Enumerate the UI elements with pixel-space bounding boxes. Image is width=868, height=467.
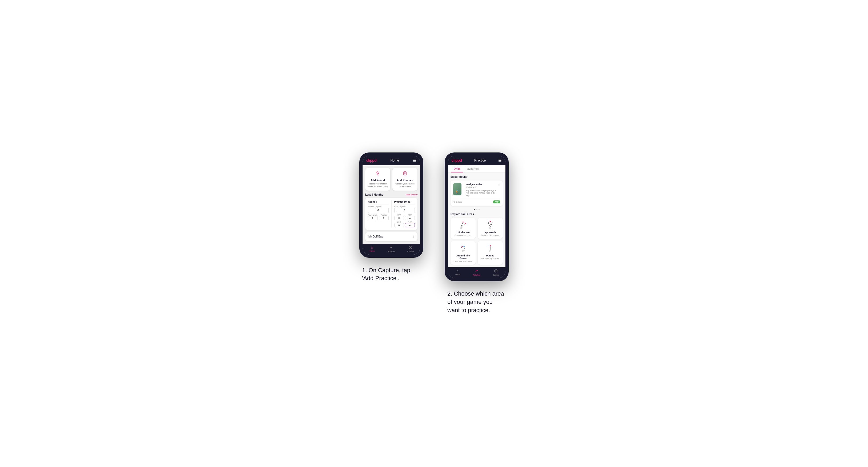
skill-approach[interactable]: Approach Dial-in to hit the green [478, 218, 503, 239]
svg-point-17 [490, 249, 491, 249]
home2-nav-label: Home [455, 274, 460, 275]
svg-point-0 [377, 172, 379, 174]
putt-label: PUTT [405, 221, 415, 223]
svg-point-11 [462, 250, 464, 252]
add-round-card[interactable]: Add Round Record your shots in fast or e… [365, 168, 390, 191]
capture-nav-icon [409, 246, 412, 250]
phone2-header: clippd Practice ☰ [448, 156, 505, 165]
view-activity-link[interactable]: View Activity [406, 193, 417, 196]
explore-label: Explore skill areas [451, 213, 503, 216]
svg-point-10 [490, 224, 491, 225]
svg-point-7 [465, 223, 466, 224]
add-round-icon [367, 170, 388, 178]
phone2-caption: 2. Choose which area of your game you wa… [447, 290, 506, 314]
skill-putting[interactable]: Putting Make and lag practice [478, 241, 503, 265]
featured-drill[interactable]: 🏌️ Wedge Ladder ☆ 50–100 yds Play 1 shot… [451, 181, 503, 206]
golf-bag-chevron: › [413, 235, 414, 239]
capture-nav-label: Capture [407, 251, 414, 252]
arg-label: ARG [394, 221, 404, 223]
phone2-bottom-nav: ⌂ Home Activities [448, 267, 505, 278]
phone1-menu-icon[interactable]: ☰ [413, 158, 416, 163]
arg-value: 0 [394, 223, 404, 227]
capture2-nav-label: Capture [493, 274, 499, 276]
phone2-section: clippd Practice ☰ Drills Favourites Most… [445, 153, 509, 314]
nav2-capture[interactable]: Capture [486, 269, 505, 276]
tournament-stat: Tournament 0 [368, 214, 378, 220]
golf-bag-label: My Golf Bag [368, 235, 383, 238]
drill-info: Wedge Ladder ☆ 50–100 yds Play 1 shot at… [466, 183, 500, 196]
add-practice-icon [395, 170, 415, 178]
carousel-dots [451, 209, 503, 210]
svg-point-12 [461, 246, 463, 247]
drill-yardage: 50–100 yds [466, 186, 500, 188]
tabs-row: Drills Favourites [448, 165, 505, 173]
add-practice-card[interactable]: Add Practice Capture your practice off-t… [393, 168, 417, 191]
nav2-activities[interactable]: Activities [467, 269, 486, 276]
drill-image: 🏌️ [453, 183, 461, 195]
skill-around-green[interactable]: Around The Green Hone your short game [451, 241, 475, 265]
phone2-frame: clippd Practice ☰ Drills Favourites Most… [445, 153, 509, 281]
tab-favourites[interactable]: Favourites [463, 165, 482, 173]
capture2-nav-icon [494, 269, 498, 274]
practice-value: 0 [379, 216, 389, 220]
ott-name: Off The Tee [453, 231, 473, 234]
tab-drills[interactable]: Drills [451, 165, 463, 173]
drills-col-title: Practice Drills [394, 200, 415, 205]
phone2-screen: clippd Practice ☰ Drills Favourites Most… [448, 156, 505, 278]
phone1-caption: 1. On Capture, tap 'Add Practice'. [362, 266, 421, 283]
svg-point-8 [490, 227, 491, 229]
page-wrapper: clippd Home ☰ [359, 153, 509, 314]
putting-desc: Make and lag practice [480, 257, 501, 259]
add-round-title: Add Round [367, 179, 388, 182]
approach-desc: Dial-in to hit the green [480, 234, 501, 236]
drill-description: Play 1 shot at each target yardage. If y… [466, 189, 500, 196]
rounds-sub-stats: Tournament 0 Practice 0 [368, 214, 389, 220]
activities2-nav-label: Activities [473, 274, 480, 276]
ott-icon [458, 220, 468, 230]
favourite-star-icon[interactable]: ☆ [498, 183, 500, 186]
app-stat: APP 4 [405, 214, 415, 220]
nav-capture[interactable]: Capture [401, 246, 420, 252]
nav2-home[interactable]: ⌂ Home [448, 269, 467, 276]
phone1-content: Add Round Record your shots in fast or e… [363, 165, 420, 244]
stats-card: Rounds Rounds Capture 0 Tournament 0 [365, 198, 417, 230]
practice-label: Practice [379, 214, 389, 216]
svg-point-16 [490, 245, 491, 246]
home-nav-label: Home [370, 250, 375, 252]
add-practice-title: Add Practice [395, 179, 415, 182]
svg-point-6 [463, 221, 464, 223]
drills-sub-stats: OTT 0 APP 4 [394, 214, 415, 220]
rounds-capture-label: Rounds Capture [368, 206, 389, 207]
tournament-label: Tournament [368, 214, 378, 216]
add-round-desc: Record your shots in fast or enhanced mo… [367, 183, 388, 188]
tournament-value: 0 [368, 216, 378, 220]
drill-name: Wedge Ladder [466, 183, 482, 186]
shots-count: ⏱ 9 shots [453, 201, 462, 203]
practice-body: Most Popular 🏌️ Wedge Ladder [448, 173, 505, 267]
phone1-logo: clippd [366, 158, 376, 163]
ott-value: 0 [394, 216, 404, 220]
svg-point-5 [460, 227, 462, 229]
stats-title: Last 3 Months [365, 193, 383, 196]
nav-home[interactable]: ⌂ Home [363, 246, 382, 252]
phone1-header: clippd Home ☰ [363, 156, 420, 165]
ott-label: OTT [394, 214, 404, 216]
svg-rect-1 [377, 172, 378, 172]
approach-icon [485, 220, 496, 230]
home-nav-icon: ⌂ [371, 246, 373, 249]
dot-3 [478, 209, 480, 210]
dot-2 [476, 209, 477, 210]
drills-capture-label: Drills Capture [394, 206, 415, 207]
ott-stat: OTT 0 [394, 214, 404, 220]
app-label: APP [405, 214, 415, 216]
rounds-capture-value: 0 [368, 208, 389, 213]
nav-activities[interactable]: Activities [382, 246, 401, 252]
action-cards: Add Round Record your shots in fast or e… [365, 168, 417, 191]
skill-off-the-tee[interactable]: Off The Tee Power and accuracy [451, 218, 475, 239]
activities2-nav-icon [475, 269, 478, 274]
skill-grid: Off The Tee Power and accuracy [451, 218, 503, 265]
putt-stat: PUTT 4 [405, 221, 415, 227]
activities-nav-label: Activities [388, 251, 395, 252]
golf-bag-row[interactable]: My Golf Bag › [365, 232, 417, 241]
phone2-menu-icon[interactable]: ☰ [498, 158, 502, 163]
